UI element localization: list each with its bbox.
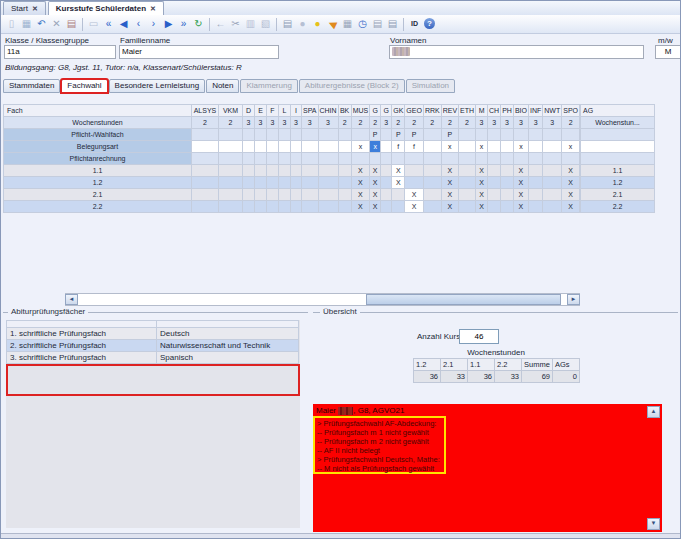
grid-icon[interactable]: ▦ (340, 17, 355, 31)
new-document-icon[interactable]: ▯ (4, 17, 19, 31)
last-record-icon[interactable]: » (176, 17, 191, 31)
grid-cell[interactable] (318, 189, 338, 201)
grid-cell[interactable]: X (513, 189, 528, 201)
grid-column-header[interactable]: INF (528, 105, 542, 117)
tab-besondere-lernleistung[interactable]: Besondere Lernleistung (109, 79, 206, 93)
grid-cell[interactable] (338, 165, 351, 177)
grid-cell[interactable]: X (351, 165, 370, 177)
grid-cell[interactable] (243, 153, 255, 165)
grid-column-header[interactable]: ALSYS (192, 105, 219, 117)
grid-column-header[interactable]: L (279, 105, 291, 117)
grid-cell[interactable] (459, 141, 476, 153)
grid-horizontal-scrollbar[interactable]: ◄ ► (65, 293, 580, 306)
book-icon[interactable]: ▤ (370, 17, 385, 31)
grid-cell[interactable] (528, 129, 542, 141)
grid-cell[interactable] (351, 129, 370, 141)
grid-cell[interactable]: 2 (392, 117, 405, 129)
grid-cell[interactable] (291, 189, 302, 201)
grid-column-header[interactable]: SPA (302, 105, 319, 117)
grid-cell[interactable]: X (562, 165, 580, 177)
grid-cell[interactable]: 3 (513, 117, 528, 129)
grid-cell[interactable] (302, 201, 319, 213)
next-fast-icon[interactable]: ▶ (161, 17, 176, 31)
grid-cell[interactable] (488, 201, 501, 213)
grid-cell[interactable]: x (476, 141, 488, 153)
grid-cell[interactable] (267, 165, 279, 177)
grid-cell[interactable] (528, 201, 542, 213)
scroll-up-icon[interactable]: ▲ (647, 406, 660, 418)
grid-cell[interactable] (318, 165, 338, 177)
grid-cell[interactable] (459, 165, 476, 177)
grid-column-header[interactable]: SPO (562, 105, 580, 117)
grid-cell[interactable] (381, 177, 392, 189)
grid-cell[interactable]: 3 (528, 117, 542, 129)
grid-column-header[interactable]: G (381, 105, 392, 117)
grid-cell[interactable] (267, 153, 279, 165)
grid-cell[interactable] (423, 129, 441, 141)
grid-cell[interactable] (338, 153, 351, 165)
grid-cell[interactable] (279, 189, 291, 201)
grid-cell[interactable] (219, 165, 243, 177)
grid-cell[interactable] (501, 129, 514, 141)
grid-cell[interactable] (267, 129, 279, 141)
id-badge-icon[interactable]: ID (407, 17, 422, 31)
grid-cell[interactable] (219, 129, 243, 141)
grid-cell[interactable] (318, 201, 338, 213)
grid-cell[interactable]: X (562, 189, 580, 201)
grid-cell[interactable] (255, 201, 267, 213)
grid-column-header[interactable]: NWT (543, 105, 562, 117)
grid-column-header[interactable]: ETH (459, 105, 476, 117)
grid-cell[interactable] (381, 141, 392, 153)
grid-cell[interactable] (476, 129, 488, 141)
previous-fast-icon[interactable]: ◀ (116, 17, 131, 31)
grid-cell[interactable] (528, 153, 542, 165)
grid-cell[interactable] (291, 165, 302, 177)
grid-cell[interactable] (219, 153, 243, 165)
grid-cell[interactable]: P (441, 129, 458, 141)
tab-kursstufe-close-icon[interactable]: ✕ (150, 5, 156, 12)
abitur-row-value[interactable]: Naturwissenschaft und Technik (157, 340, 299, 352)
grid-cell[interactable]: X (513, 201, 528, 213)
grid-cell[interactable] (441, 153, 458, 165)
grid-cell[interactable]: x (441, 141, 458, 153)
grid-cell[interactable]: X (441, 165, 458, 177)
grid-cell[interactable] (243, 189, 255, 201)
grid-cell[interactable]: X (370, 201, 381, 213)
delete-icon[interactable]: ✕ (49, 17, 64, 31)
grid-cell[interactable] (302, 129, 319, 141)
save-icon[interactable]: ▦ (19, 17, 34, 31)
grid-cell[interactable] (192, 177, 219, 189)
tab-start-close-icon[interactable]: ✕ (32, 5, 38, 12)
grid-cell[interactable] (459, 177, 476, 189)
grid-cell[interactable] (255, 189, 267, 201)
grid-cell[interactable] (381, 153, 392, 165)
grid-column-header[interactable]: F (267, 105, 279, 117)
grid-cell[interactable] (488, 153, 501, 165)
grid-cell[interactable] (267, 177, 279, 189)
grid-cell[interactable] (219, 201, 243, 213)
grid-cell[interactable] (476, 153, 488, 165)
grid-cell[interactable] (392, 153, 405, 165)
grid-cell[interactable] (219, 177, 243, 189)
grid-cell[interactable]: X (405, 201, 424, 213)
grid-column-header[interactable]: BIO (513, 105, 528, 117)
grid-cell[interactable] (528, 189, 542, 201)
vornamen-input[interactable] (389, 45, 644, 59)
grid-cell[interactable] (192, 129, 219, 141)
familienname-input[interactable]: Maier (119, 45, 279, 59)
grid-cell[interactable]: f (405, 141, 424, 153)
grid-cell[interactable] (302, 153, 319, 165)
grid-cell[interactable] (219, 189, 243, 201)
tab-noten[interactable]: Noten (206, 79, 239, 93)
grid-cell[interactable]: 3 (488, 117, 501, 129)
help-icon[interactable]: ? (422, 17, 437, 31)
grid-cell[interactable]: f (392, 141, 405, 153)
grid-cell[interactable] (543, 141, 562, 153)
grid-cell[interactable]: X (351, 201, 370, 213)
grid-cell[interactable] (338, 129, 351, 141)
grid-cell[interactable]: x (513, 141, 528, 153)
ag-row-cell[interactable]: 2.2 (581, 201, 655, 213)
grid-cell[interactable] (243, 129, 255, 141)
grid-cell[interactable] (405, 165, 424, 177)
grid-cell[interactable]: 2 (459, 117, 476, 129)
